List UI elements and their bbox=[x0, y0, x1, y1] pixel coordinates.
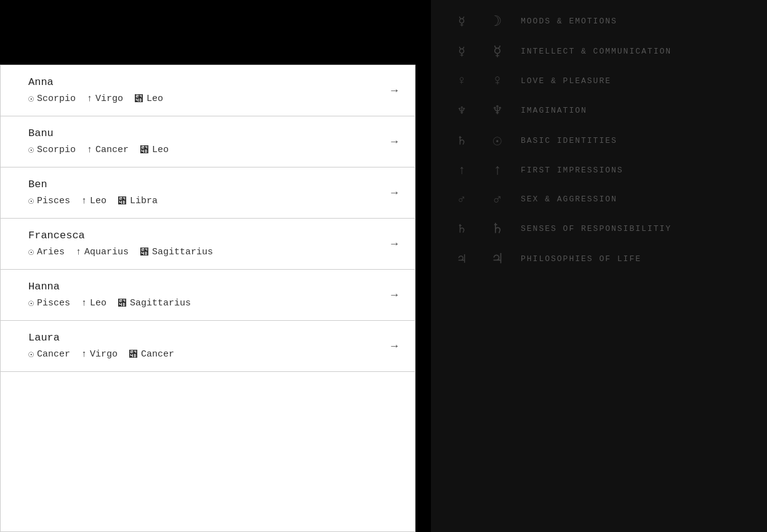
asc-icon: ↑ bbox=[81, 196, 87, 206]
sun-sign-group: ☉ Scorpio bbox=[28, 144, 76, 156]
asc-sign: Virgo bbox=[90, 349, 118, 360]
category-label: INTELLECT & COMMUNICATION bbox=[521, 47, 672, 56]
category-symbol-left: ♆ bbox=[449, 103, 474, 118]
moon-sign-group: ⑋ Cancer bbox=[129, 349, 174, 360]
sun-sign-group: ☉ Pisces bbox=[28, 195, 70, 207]
category-symbol-right: ♃ bbox=[485, 250, 510, 268]
person-name: Hanna bbox=[28, 281, 396, 292]
moon-icon: ⑋ bbox=[134, 94, 143, 105]
arrow-right-icon[interactable]: → bbox=[391, 84, 398, 97]
category-symbol-right: ☉ bbox=[485, 132, 510, 150]
asc-icon: ↑ bbox=[76, 247, 81, 257]
asc-icon: ↑ bbox=[87, 145, 92, 155]
category-row[interactable]: ♄♄SENSES OF RESPONSIBILITIY bbox=[449, 214, 749, 244]
sun-icon: ☉ bbox=[28, 195, 34, 207]
moon-icon: ⑋ bbox=[140, 247, 149, 258]
category-symbol-left: ↑ bbox=[449, 163, 474, 177]
moon-sign-group: ⑋ Sagittarius bbox=[140, 247, 213, 258]
person-signs: ☉ Pisces↑ Leo⑋ Libra bbox=[28, 195, 396, 207]
asc-icon: ↑ bbox=[81, 298, 87, 308]
sun-sign: Pisces bbox=[37, 298, 70, 308]
asc-icon: ↑ bbox=[81, 349, 87, 360]
moon-icon: ⑋ bbox=[140, 145, 149, 156]
category-row[interactable]: ☿☿INTELLECT & COMMUNICATION bbox=[449, 36, 749, 66]
person-signs: ☉ Scorpio↑ Cancer⑋ Leo bbox=[28, 144, 396, 156]
asc-sign-group: ↑ Leo bbox=[81, 298, 106, 308]
category-symbol-right: ☽ bbox=[485, 12, 510, 30]
sun-sign: Scorpio bbox=[37, 94, 76, 104]
category-row[interactable]: ☿☽MOODS & EMOTIONS bbox=[449, 6, 749, 36]
moon-sign: Cancer bbox=[141, 349, 174, 360]
category-label: SEX & AGGRESSION bbox=[521, 195, 617, 204]
person-row[interactable]: Laura☉ Cancer↑ Virgo⑋ Cancer→ bbox=[1, 321, 415, 372]
asc-sign-group: ↑ Leo bbox=[81, 196, 106, 206]
person-row[interactable]: Banu☉ Scorpio↑ Cancer⑋ Leo→ bbox=[1, 116, 415, 167]
category-row[interactable]: ♂♂SEX & AGGRESSION bbox=[449, 185, 749, 214]
moon-icon: ⑋ bbox=[129, 349, 138, 360]
moon-sign: Leo bbox=[152, 145, 169, 155]
category-row[interactable]: ♃♃PHILOSOPHIES OF LIFE bbox=[449, 244, 749, 274]
arrow-right-icon[interactable]: → bbox=[391, 238, 398, 250]
category-label: BASIC IDENTITIES bbox=[521, 136, 617, 145]
sun-sign-group: ☉ Pisces bbox=[28, 297, 70, 309]
people-list: Anna☉ Scorpio↑ Virgo⑋ Leo→Banu☉ Scorpio↑… bbox=[0, 65, 416, 532]
category-row[interactable]: ♆♆IMAGINATION bbox=[449, 95, 749, 126]
asc-sign: Leo bbox=[90, 298, 106, 308]
sun-sign: Pisces bbox=[37, 196, 70, 206]
asc-sign: Cancer bbox=[95, 145, 129, 155]
category-symbol-right: ♆ bbox=[485, 102, 510, 119]
moon-sign-group: ⑋ Leo bbox=[134, 94, 163, 105]
asc-sign-group: ↑ Aquarius bbox=[76, 247, 129, 257]
moon-sign: Leo bbox=[147, 94, 163, 104]
category-symbol-right: ↑ bbox=[485, 162, 510, 179]
person-row[interactable]: Hanna☉ Pisces↑ Leo⑋ Sagittarius→ bbox=[1, 270, 415, 321]
person-row[interactable]: Francesca☉ Aries↑ Aquarius⑋ Sagittarius→ bbox=[1, 219, 415, 270]
moon-icon: ⑋ bbox=[118, 196, 127, 207]
asc-icon: ↑ bbox=[87, 94, 92, 104]
arrow-right-icon[interactable]: → bbox=[391, 340, 398, 352]
person-signs: ☉ Aries↑ Aquarius⑋ Sagittarius bbox=[28, 246, 396, 258]
moon-sign: Sagittarius bbox=[130, 298, 191, 308]
asc-sign-group: ↑ Virgo bbox=[87, 94, 123, 104]
moon-sign: Sagittarius bbox=[152, 247, 213, 257]
arrow-right-icon[interactable]: → bbox=[391, 289, 398, 301]
category-symbol-left: ♀ bbox=[449, 74, 474, 88]
category-row[interactable]: ♄☉BASIC IDENTITIES bbox=[449, 126, 749, 156]
category-label: LOVE & PLEASURE bbox=[521, 76, 611, 86]
sun-sign-group: ☉ Cancer bbox=[28, 349, 70, 360]
asc-sign: Aquarius bbox=[84, 247, 129, 257]
category-symbol-right: ♄ bbox=[485, 220, 510, 238]
person-row[interactable]: Ben☉ Pisces↑ Leo⑋ Libra→ bbox=[1, 167, 415, 219]
moon-sign: Libra bbox=[130, 196, 158, 206]
category-symbol-left: ♄ bbox=[449, 221, 474, 236]
sun-sign: Cancer bbox=[37, 349, 70, 360]
person-row[interactable]: Anna☉ Scorpio↑ Virgo⑋ Leo→ bbox=[1, 65, 415, 116]
category-row[interactable]: ↑↑FIRST IMPRESSIONS bbox=[449, 156, 749, 185]
sun-sign: Aries bbox=[37, 247, 65, 257]
category-label: SENSES OF RESPONSIBILITIY bbox=[521, 224, 672, 233]
moon-icon: ⑋ bbox=[118, 298, 127, 309]
person-name: Laura bbox=[28, 332, 396, 344]
person-signs: ☉ Cancer↑ Virgo⑋ Cancer bbox=[28, 349, 396, 360]
person-name: Francesca bbox=[28, 230, 396, 241]
sun-icon: ☉ bbox=[28, 246, 34, 258]
sun-sign-group: ☉ Scorpio bbox=[28, 93, 76, 105]
person-signs: ☉ Pisces↑ Leo⑋ Sagittarius bbox=[28, 297, 396, 309]
category-symbol-left: ♃ bbox=[449, 251, 474, 267]
sun-icon: ☉ bbox=[28, 349, 34, 360]
category-symbol-left: ☿ bbox=[449, 14, 474, 29]
arrow-right-icon[interactable]: → bbox=[391, 187, 398, 199]
category-symbol-right: ♀ bbox=[485, 73, 510, 89]
sun-icon: ☉ bbox=[28, 93, 34, 105]
category-symbol-left: ☿ bbox=[449, 44, 474, 59]
category-symbol-right: ☿ bbox=[485, 42, 510, 60]
arrow-right-icon[interactable]: → bbox=[391, 135, 398, 148]
moon-sign-group: ⑋ Sagittarius bbox=[118, 298, 191, 309]
category-symbol-left: ♂ bbox=[449, 192, 474, 206]
sun-sign: Scorpio bbox=[37, 145, 76, 155]
person-signs: ☉ Scorpio↑ Virgo⑋ Leo bbox=[28, 93, 396, 105]
category-label: PHILOSOPHIES OF LIFE bbox=[521, 254, 641, 264]
category-label: IMAGINATION bbox=[521, 106, 587, 115]
category-row[interactable]: ♀♀LOVE & PLEASURE bbox=[449, 66, 749, 95]
asc-sign-group: ↑ Virgo bbox=[81, 349, 118, 360]
